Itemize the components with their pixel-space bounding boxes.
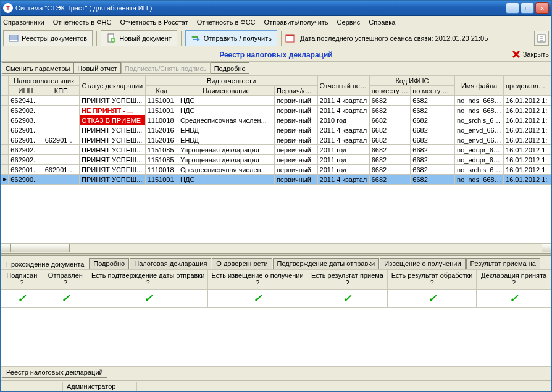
col-ifns[interactable]: Код ИФНС	[369, 76, 454, 86]
grid-table[interactable]: Налогоплательщик Статус декларации Вид о…	[1, 75, 551, 185]
cell-period: 2011 4 квартал	[317, 106, 369, 115]
cell-code: 1151001	[145, 106, 178, 115]
new-report-button[interactable]: Новый отчет	[73, 62, 120, 74]
cell-date: 16.01.2012 1:	[504, 106, 551, 115]
cell-ifns1: 6682	[369, 125, 411, 135]
cell-inn: 662900...	[9, 175, 43, 185]
close-panel-button[interactable]: Закрыть	[511, 49, 549, 59]
cell-period: 2011 4 квартал	[317, 125, 369, 135]
table-row[interactable]: 662903...ОТКАЗ В ПРИЕМЕ1110018Среднеспис…	[1, 115, 551, 125]
cell-ptype: первичный	[274, 115, 317, 125]
change-params-button[interactable]: Сменить параметры	[2, 62, 73, 74]
table-row[interactable]: 662902...НЕ ПРИНЯТ - ...1151001НДСпервич…	[1, 106, 551, 115]
row-marker	[1, 115, 9, 125]
cell-inn: 662901...	[9, 125, 43, 135]
details-button[interactable]: Подробно	[211, 62, 249, 74]
table-row[interactable]: 662902...ПРИНЯТ УСПЕШ...1151085Упрощенна…	[1, 145, 551, 155]
cell-name: ЕНВД	[178, 135, 275, 145]
menu-item[interactable]: Сервис	[337, 19, 361, 26]
scroll-right-button[interactable]	[542, 244, 551, 252]
col-kpp[interactable]: КПП	[43, 86, 79, 96]
cell-kpp	[43, 125, 79, 135]
col-reporttype[interactable]: Вид отчетности	[145, 76, 317, 86]
tab-result[interactable]: Результат приема на	[466, 258, 540, 269]
new-document-button[interactable]: Новый документ	[101, 30, 177, 46]
cell-code: 1110018	[145, 165, 178, 175]
menu-item[interactable]: Отчетность в ФСС	[197, 19, 256, 26]
cell-date: 16.01.2012 1:	[504, 135, 551, 145]
tab-declaration[interactable]: Налоговая декларация	[130, 258, 211, 269]
bottom-tabs: Реестр налоговых деклараций	[1, 367, 551, 380]
cell-kpp	[43, 145, 79, 155]
col-ifns-uchet[interactable]: по месту учета	[369, 86, 411, 96]
cell-inn: 662902...	[9, 106, 43, 115]
cell-status: ПРИНЯТ УСПЕШ...	[80, 125, 146, 135]
table-row[interactable]: 662941...ПРИНЯТ УСПЕШ...1151001НДСпервич…	[1, 96, 551, 106]
maximize-button[interactable]: ❐	[521, 2, 534, 14]
registries-button[interactable]: Реестры документов	[3, 30, 93, 46]
row-marker	[1, 155, 9, 165]
tab-poa[interactable]: О доверенности	[212, 258, 272, 269]
status-cell: ✓	[88, 289, 208, 307]
cell-ptype: первичный	[274, 96, 317, 106]
cell-ifns2: 6682	[411, 145, 455, 155]
menu-item[interactable]: Справочники	[3, 19, 44, 26]
col-pres[interactable]: представлен НД	[504, 76, 551, 96]
col-status[interactable]: Статус декларации	[80, 76, 146, 96]
menu-item[interactable]: Справка	[369, 19, 395, 26]
cell-ifns1: 6682	[369, 155, 411, 165]
minimize-button[interactable]: —	[506, 2, 519, 14]
col-primcorr[interactable]: Первич/корр.	[274, 86, 317, 96]
col-name[interactable]: Наименование	[178, 86, 275, 96]
col-taxpayer[interactable]: Налогоплательщик	[9, 76, 80, 86]
menu-item[interactable]: Отчетность в ФНС	[53, 19, 112, 26]
scroll-thumb[interactable]	[10, 244, 70, 252]
cell-code: 1110018	[145, 115, 178, 125]
col-inn[interactable]: ИНН	[9, 86, 43, 96]
cell-code: 1151085	[145, 145, 178, 155]
calendar-icon	[285, 33, 295, 43]
col-file[interactable]: Имя файла	[455, 76, 504, 96]
cell-name: ЕНВД	[178, 125, 275, 135]
cell-name: НДС	[178, 175, 275, 185]
cell-file: no_envd_668...	[455, 135, 504, 145]
cell-ifns1: 6682	[369, 106, 411, 115]
status-hdr: Декларация принята ?	[477, 269, 551, 289]
toolbar-divider	[96, 31, 97, 46]
table-row[interactable]: 662901...662901001ПРИНЯТ УСПЕШ...1152016…	[1, 135, 551, 145]
status-grid: Подписан ? Отправлен ? Есть подтверждени…	[1, 269, 551, 308]
tab-sendconf[interactable]: Подтверждение даты отправки	[273, 258, 380, 269]
scroll-left-button[interactable]	[1, 244, 10, 252]
titlebar[interactable]: T Система "СТЭК-Траст" ( для абонента ИП…	[1, 1, 551, 16]
send-receive-button[interactable]: Отправить / получить	[185, 30, 277, 46]
send-recv-icon	[191, 33, 201, 43]
col-ifns-nahod[interactable]: по месту нахождения	[411, 86, 455, 96]
check-icon: ✓	[428, 293, 437, 304]
toolbar-divider	[281, 31, 282, 46]
table-row[interactable]: 662902...ПРИНЯТ УСПЕШ...1151085Упрощенна…	[1, 155, 551, 165]
tab-receipt[interactable]: Извещение о получении	[380, 258, 465, 269]
col-period[interactable]: Отчетный период	[317, 76, 369, 96]
page-title: Реестр налоговых деклараций	[219, 51, 333, 59]
cell-code: 1151001	[145, 96, 178, 106]
close-window-button[interactable]: ✕	[535, 2, 549, 14]
table-row[interactable]: ▶662900...ПРИНЯТ УСПЕШ...1151001НДСперви…	[1, 175, 551, 185]
status-cell: ✓	[208, 289, 307, 307]
table-row[interactable]: 662901...662901001ПРИНЯТ УСПЕШ...1110018…	[1, 165, 551, 175]
tab-details[interactable]: Подробно	[89, 258, 129, 269]
table-row[interactable]: 662901...ПРИНЯТ УСПЕШ...1152016ЕНВДперви…	[1, 125, 551, 135]
bottom-tab-registry[interactable]: Реестр налоговых деклараций	[2, 367, 107, 378]
new-doc-icon	[106, 33, 116, 43]
menu-item[interactable]: Отчетность в Росстат	[120, 19, 188, 26]
tab-progress[interactable]: Прохождение документа	[2, 259, 88, 269]
cell-ptype: первичный	[274, 175, 317, 185]
h-scrollbar[interactable]	[1, 243, 551, 253]
cell-period: 2011 4 квартал	[317, 135, 369, 145]
sign-button: Подписать/Снять подпись	[121, 62, 211, 74]
cell-status: НЕ ПРИНЯТ - ...	[80, 106, 146, 115]
row-marker	[1, 145, 9, 155]
col-code[interactable]: Код	[145, 86, 178, 96]
settings-button[interactable]	[534, 31, 549, 46]
menu-item[interactable]: Отправить/получить	[264, 19, 328, 26]
cell-ptype: первичный	[274, 106, 317, 115]
